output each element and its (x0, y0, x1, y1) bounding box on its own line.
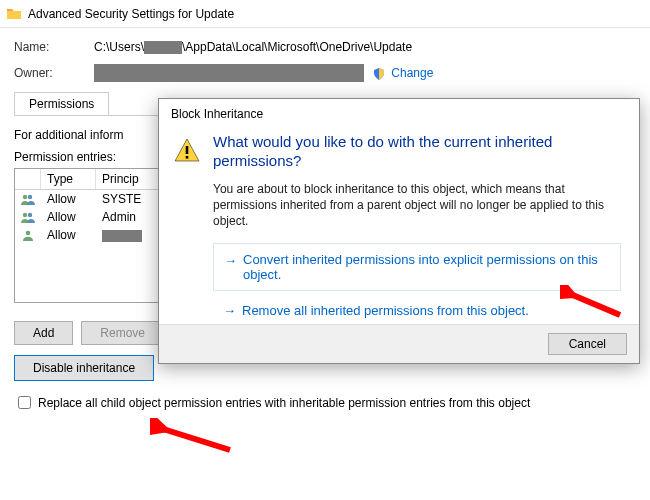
svg-point-1 (28, 195, 32, 199)
object-path: C:\Users\\AppData\Local\Microsoft\OneDri… (94, 40, 412, 54)
arrow-right-icon: → (223, 303, 236, 318)
redacted-user (144, 41, 182, 54)
group-icon (15, 193, 41, 205)
change-owner-link[interactable]: Change (372, 66, 433, 81)
window-titlebar: Advanced Security Settings for Update (0, 0, 650, 28)
dialog-body-text: You are about to block inheritance to th… (213, 181, 621, 230)
user-icon (15, 229, 41, 241)
name-label: Name: (14, 40, 94, 54)
window-title: Advanced Security Settings for Update (28, 7, 234, 21)
add-button[interactable]: Add (14, 321, 73, 345)
cancel-button[interactable]: Cancel (548, 333, 627, 355)
group-icon (15, 211, 41, 223)
svg-rect-6 (186, 156, 189, 159)
redacted-principal (102, 230, 142, 242)
disable-inheritance-button[interactable]: Disable inheritance (14, 355, 154, 381)
remove-button[interactable]: Remove (81, 321, 164, 345)
replace-children-label: Replace all child object permission entr… (38, 396, 530, 410)
svg-point-4 (26, 231, 31, 236)
folder-icon (6, 6, 22, 22)
svg-point-3 (28, 213, 32, 217)
warning-icon (173, 133, 201, 320)
svg-point-0 (23, 195, 27, 199)
owner-value-redacted (94, 64, 364, 82)
col-type[interactable]: Type (41, 169, 96, 189)
annotation-arrow (150, 418, 240, 458)
svg-line-8 (160, 428, 230, 450)
svg-rect-5 (186, 146, 189, 154)
tab-permissions[interactable]: Permissions (14, 92, 109, 115)
arrow-right-icon: → (224, 252, 237, 268)
owner-label: Owner: (14, 66, 94, 80)
option-remove[interactable]: → Remove all inherited permissions from … (213, 297, 621, 320)
replace-children-checkbox[interactable] (18, 396, 31, 409)
option-convert[interactable]: → Convert inherited permissions into exp… (213, 243, 621, 291)
dialog-title: Block Inheritance (159, 99, 639, 125)
block-inheritance-dialog: Block Inheritance What would you like to… (158, 98, 640, 364)
dialog-question: What would you like to do with the curre… (213, 133, 621, 171)
svg-point-2 (23, 213, 27, 217)
shield-icon (372, 67, 386, 81)
